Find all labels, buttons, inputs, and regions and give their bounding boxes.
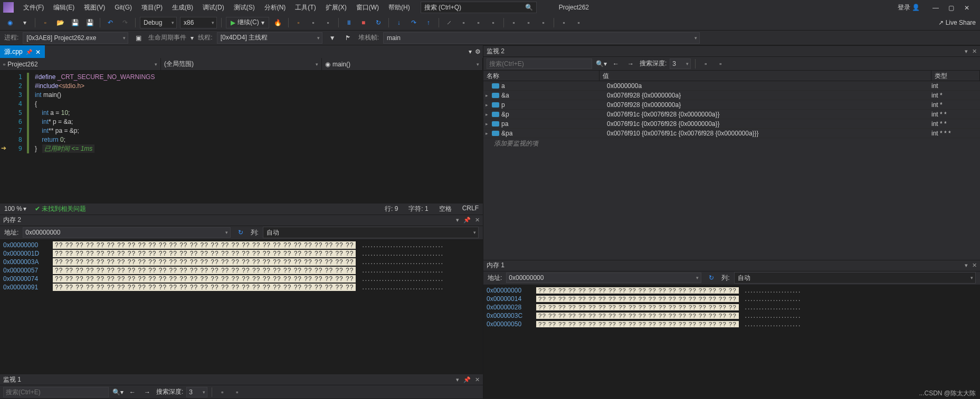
process-dropdown[interactable]: [0x3AE8] Project262.exe xyxy=(23,32,128,44)
close-icon[interactable]: ✕ xyxy=(475,376,480,383)
flag-icon[interactable]: 🏲 xyxy=(342,32,354,44)
zoom-level[interactable]: 100 % ▾ xyxy=(4,205,26,212)
memory1-title[interactable]: 内存 1 ▾✕ xyxy=(483,260,980,271)
watch-row[interactable]: ▸pa0x0076f91c {0x0076f928 {0x0000000a}}i… xyxy=(483,119,980,129)
new-icon[interactable]: ▫ xyxy=(40,17,51,28)
stack-frame-dropdown[interactable]: main xyxy=(383,32,700,44)
menu-item[interactable]: 分析(N) xyxy=(260,2,290,14)
scope-function[interactable]: ◉ main() xyxy=(322,58,483,70)
panel-menu-icon[interactable]: ▾ xyxy=(965,262,968,269)
close-icon[interactable]: ✕ xyxy=(972,262,977,269)
maximize-icon[interactable]: ▢ xyxy=(948,4,955,11)
tab-source-cpp[interactable]: 源.cpp 📌 ✕ xyxy=(0,45,45,58)
watch1-search-input[interactable] xyxy=(3,387,109,397)
save-all-icon[interactable]: 💾 xyxy=(84,17,96,28)
step-out-icon[interactable]: ↑ xyxy=(423,17,434,28)
menu-item[interactable]: 调试(D) xyxy=(198,2,229,14)
memory2-columns-dropdown[interactable]: 自动 xyxy=(263,227,479,238)
nav-next-icon[interactable]: → xyxy=(141,386,153,398)
watch2-title[interactable]: 监视 2 ▾✕ xyxy=(483,45,980,57)
platform-dropdown[interactable]: x86 xyxy=(180,17,217,28)
menu-item[interactable]: Git(G) xyxy=(110,2,136,13)
watch2-depth-dropdown[interactable]: 3 xyxy=(670,59,691,69)
tool-f-icon[interactable]: ▫ xyxy=(523,17,535,28)
search-icon[interactable]: 🔍▾ xyxy=(595,58,607,70)
pause-icon[interactable]: ⏸ xyxy=(343,17,355,28)
tool-b-icon[interactable]: ▫ xyxy=(458,17,470,28)
tool-e-icon[interactable]: ▫ xyxy=(508,17,520,28)
close-icon[interactable]: ✕ xyxy=(964,4,971,11)
bookmark-icon[interactable]: ▫ xyxy=(538,17,549,28)
watch-row[interactable]: ▸&pa0x0076f910 {0x0076f91c {0x0076f928 {… xyxy=(483,129,980,138)
tool-a-icon[interactable]: ⟋ xyxy=(443,17,455,28)
tool-icon[interactable]: ▫ xyxy=(231,386,243,398)
pin-icon[interactable]: 📌 xyxy=(463,376,471,383)
hot-reload-icon[interactable]: 🔥 xyxy=(272,17,284,28)
close-tab-icon[interactable]: ✕ xyxy=(35,48,41,56)
profile-icon[interactable]: ▫ xyxy=(322,17,334,28)
memory2-body[interactable]: 0x00000000?? ?? ?? ?? ?? ?? ?? ?? ?? ?? … xyxy=(0,240,483,374)
nav-prev-icon[interactable]: ← xyxy=(610,58,622,70)
redo-icon[interactable]: ↷ xyxy=(119,17,131,28)
memory1-columns-dropdown[interactable]: 自动 xyxy=(734,272,976,284)
thread-dropdown[interactable]: [0x4DD4] 主线程 xyxy=(217,32,322,44)
close-icon[interactable]: ✕ xyxy=(475,217,480,223)
nav-prev-icon[interactable]: ← xyxy=(127,386,138,398)
watch2-add-item[interactable]: 添加要监视的项 xyxy=(483,138,980,148)
tool-d-icon[interactable]: ▫ xyxy=(488,17,499,28)
watch1-title[interactable]: 监视 1 ▾📌✕ xyxy=(0,374,483,385)
restart-icon[interactable]: ↻ xyxy=(373,17,384,28)
watch2-search-input[interactable] xyxy=(487,59,592,69)
nav-back-icon[interactable]: ◉ xyxy=(4,17,16,28)
close-icon[interactable]: ✕ xyxy=(972,48,977,55)
memory1-body[interactable]: 0x00000000?? ?? ?? ?? ?? ?? ?? ?? ?? ?? … xyxy=(483,285,980,400)
watch-row[interactable]: ▸&a0x0076f928 {0x0000000a}int * xyxy=(483,91,980,100)
tool-g-icon[interactable]: ▫ xyxy=(558,17,570,28)
panel-menu-icon[interactable]: ▾ xyxy=(456,376,459,383)
stop-icon[interactable]: ■ xyxy=(358,17,369,28)
panel-menu-icon[interactable]: ▾ xyxy=(456,217,459,223)
watch2-body[interactable]: a0x0000000aint▸&a0x0076f928 {0x0000000a}… xyxy=(483,81,980,138)
scope-range[interactable]: (全局范围) xyxy=(161,58,322,70)
refresh-icon[interactable]: ↻ xyxy=(235,227,246,238)
nav-next-icon[interactable]: → xyxy=(625,58,636,70)
continue-button[interactable]: ▶继续(C) ▾ xyxy=(226,17,269,28)
menu-item[interactable]: 扩展(X) xyxy=(321,2,351,14)
settings-icon[interactable]: ⚙ xyxy=(475,48,481,55)
global-search[interactable]: 搜索 (Ctrl+Q) 🔍 xyxy=(421,2,537,13)
step-into-icon[interactable]: ↓ xyxy=(393,17,405,28)
menu-item[interactable]: 文件(F) xyxy=(19,2,48,14)
pin-icon[interactable]: 📌 xyxy=(26,49,32,55)
refresh-icon[interactable]: ↻ xyxy=(706,272,717,284)
menu-item[interactable]: 工具(T) xyxy=(291,2,320,14)
menu-item[interactable]: 帮助(H) xyxy=(384,2,414,14)
tool-icon[interactable]: ▫ xyxy=(700,58,711,70)
issues-ok[interactable]: ✔ 未找到相关问题 xyxy=(35,205,86,213)
minimize-icon[interactable]: — xyxy=(933,4,939,11)
login-link[interactable]: 登录 👤 xyxy=(898,3,920,12)
config-dropdown[interactable]: Debug xyxy=(140,17,177,28)
browse-icon[interactable]: ▫ xyxy=(293,17,305,28)
undo-icon[interactable]: ↶ xyxy=(104,17,116,28)
watch-row[interactable]: ▸p0x0076f928 {0x0000000a}int * xyxy=(483,100,980,110)
menu-item[interactable]: 项目(P) xyxy=(137,2,167,14)
lifecycle-icon[interactable]: ▣ xyxy=(132,32,144,44)
open-icon[interactable]: 📂 xyxy=(54,17,66,28)
step-over-icon[interactable]: ↷ xyxy=(408,17,420,28)
code-body[interactable]: #define _CRT_SECURE_NO_WARNINGS#include<… xyxy=(30,71,155,203)
tool-c-icon[interactable]: ▫ xyxy=(473,17,484,28)
panel-menu-icon[interactable]: ▾ xyxy=(965,48,968,55)
liveshare-button[interactable]: ↗ Live Share xyxy=(938,19,976,26)
menu-item[interactable]: 窗口(W) xyxy=(352,2,383,14)
menu-item[interactable]: 测试(S) xyxy=(230,2,259,14)
watch-row[interactable]: ▸&p0x0076f91c {0x0076f928 {0x0000000a}}i… xyxy=(483,110,980,119)
watch1-depth-dropdown[interactable]: 3 xyxy=(186,387,207,397)
nav-fwd-icon[interactable]: ▾ xyxy=(19,17,31,28)
menu-item[interactable]: 编辑(E) xyxy=(49,2,79,14)
search-icon[interactable]: 🔍▾ xyxy=(112,386,123,398)
watch-row[interactable]: a0x0000000aint xyxy=(483,81,980,91)
code-editor[interactable]: ➔ 123456789 #define _CRT_SECURE_NO_WARNI… xyxy=(0,71,483,203)
save-icon[interactable]: 💾 xyxy=(69,17,81,28)
tool-icon[interactable]: ▫ xyxy=(715,58,726,70)
tab-overflow-icon[interactable]: ▾ xyxy=(469,48,472,55)
